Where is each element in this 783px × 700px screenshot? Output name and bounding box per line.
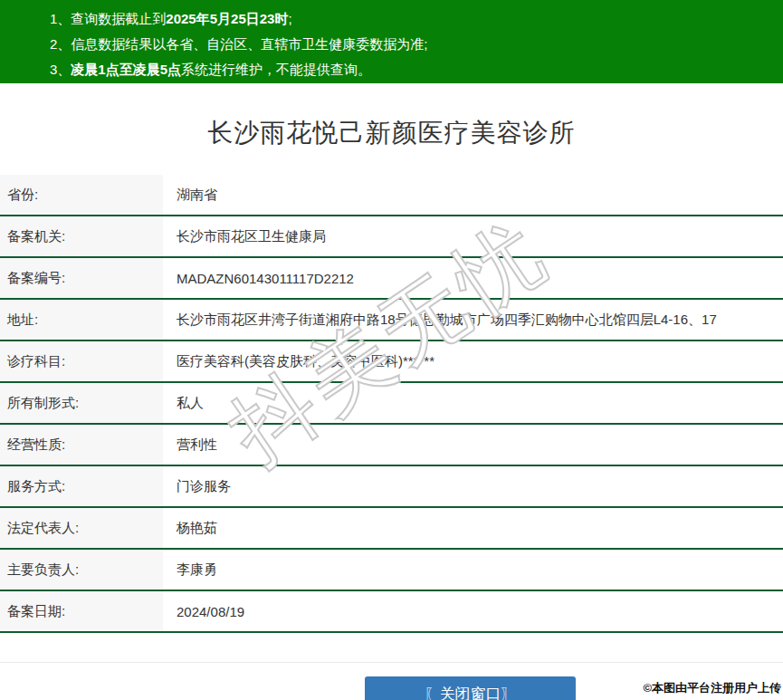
registration-info-table: 省份: 湖南省 备案机关: 长沙市雨花区卫生健康局 备案编号: MADAZN60… <box>0 175 783 633</box>
page: 1、查询数据截止到2025年5月25日23时; 2、信息数据结果以各省、自治区、… <box>0 0 783 700</box>
row-value: 李康勇 <box>163 550 783 590</box>
row-value: 医疗美容科(美容皮肤科、美容中医科)****** <box>163 341 783 381</box>
table-row-filing-date: 备案日期: 2024/08/19 <box>0 591 783 633</box>
row-label: 备案编号: <box>0 258 163 298</box>
notice-line-2: 2、信息数据结果以各省、自治区、直辖市卫生健康委数据为准; <box>50 32 774 57</box>
copyright-watermark: ©本图由平台注册用户上传 <box>643 680 781 696</box>
notice-line-3: 3、凌晨1点至凌晨5点系统进行维护，不能提供查询。 <box>50 57 774 82</box>
row-value: 长沙市雨花区卫生健康局 <box>163 216 783 256</box>
row-label: 诊疗科目: <box>0 341 163 381</box>
row-value: 2024/08/19 <box>163 591 783 631</box>
notice-3-bold: 凌晨1点至凌晨5点 <box>71 62 181 77</box>
row-value: 长沙市雨花区井湾子街道湘府中路18号德思勤城市广场四季汇购物中心北馆四层L4-1… <box>163 300 783 340</box>
page-title: 长沙雨花悦己新颜医疗美容诊所 <box>0 116 783 150</box>
row-value: 湖南省 <box>163 175 783 215</box>
row-value: MADAZN60143011117D2212 <box>163 258 783 298</box>
notice-2-text: 2、信息数据结果以各省、自治区、直辖市卫生健康委数据为准; <box>50 36 428 52</box>
table-row-medical-subjects: 诊疗科目: 医疗美容科(美容皮肤科、美容中医科)****** <box>0 341 783 383</box>
notice-line-1: 1、查询数据截止到2025年5月25日23时; <box>50 6 774 32</box>
table-row-legal-representative: 法定代表人: 杨艳茹 <box>0 508 783 550</box>
row-label: 地址: <box>0 300 163 340</box>
table-row-filing-authority: 备案机关: 长沙市雨花区卫生健康局 <box>0 216 783 258</box>
row-label: 省份: <box>0 175 163 215</box>
table-row-main-person-in-charge: 主要负责人: 李康勇 <box>0 550 783 591</box>
row-value: 门诊服务 <box>163 466 783 506</box>
table-row-filing-number: 备案编号: MADAZN60143011117D2212 <box>0 258 783 300</box>
row-value: 杨艳茹 <box>163 508 783 548</box>
row-label: 主要负责人: <box>0 550 163 590</box>
table-row-address: 地址: 长沙市雨花区井湾子街道湘府中路18号德思勤城市广场四季汇购物中心北馆四层… <box>0 300 783 341</box>
footer-divider <box>0 662 783 663</box>
table-row-service-mode: 服务方式: 门诊服务 <box>0 466 783 508</box>
notice-1-suffix: ; <box>288 11 291 26</box>
row-label: 经营性质: <box>0 425 163 465</box>
row-label: 所有制形式: <box>0 383 163 423</box>
close-window-button[interactable]: 〖关闭窗口〗 <box>365 676 576 700</box>
table-row-province: 省份: 湖南省 <box>0 175 783 216</box>
notice-header: 1、查询数据截止到2025年5月25日23时; 2、信息数据结果以各省、自治区、… <box>0 0 783 83</box>
notice-1-text: 1、查询数据截止到 <box>50 11 166 26</box>
notice-1-bold: 2025年5月25日23时 <box>166 11 288 26</box>
row-label: 服务方式: <box>0 466 163 506</box>
notice-3-text: 3、 <box>50 62 71 77</box>
row-label: 备案日期: <box>0 591 163 631</box>
row-label: 备案机关: <box>0 216 163 256</box>
row-label: 法定代表人: <box>0 508 163 548</box>
notice-3-suffix: 系统进行维护，不能提供查询。 <box>181 62 371 77</box>
row-value: 私人 <box>163 383 783 423</box>
row-value: 营利性 <box>163 425 783 465</box>
table-row-operation-nature: 经营性质: 营利性 <box>0 425 783 466</box>
table-row-ownership-type: 所有制形式: 私人 <box>0 383 783 425</box>
